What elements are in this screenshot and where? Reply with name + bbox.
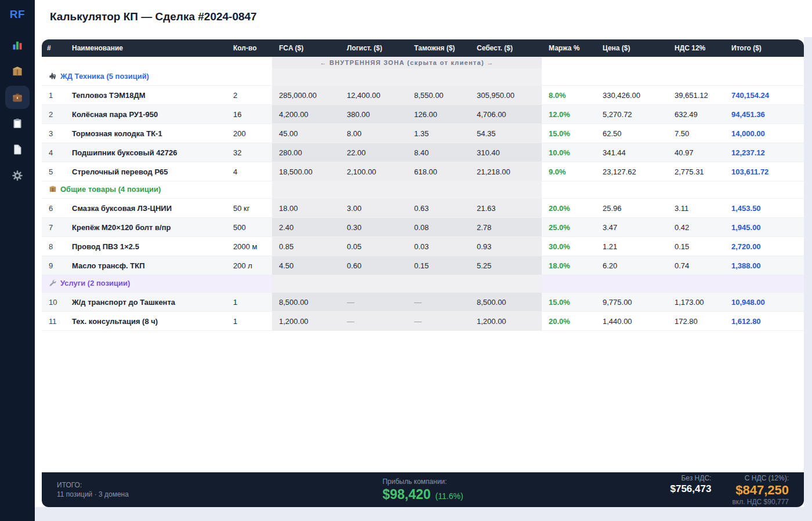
cell-qty: 4 — [226, 162, 272, 181]
cell-fca: 2.40 — [272, 218, 340, 237]
table-row-5[interactable]: 5Стрелочный перевод Р65418,500.002,100.0… — [42, 162, 804, 181]
package-icon — [49, 185, 57, 195]
summary-footer: ИТОГО: 11 позиций · 3 домена Прибыль ком… — [42, 472, 804, 507]
page-title: Калькулятор КП — Сделка #2024-0847 — [35, 0, 804, 23]
cell-price: 5,270.72 — [596, 105, 668, 124]
cell-cost: 21.63 — [470, 199, 542, 218]
cell-margin: 18.0% — [542, 256, 596, 275]
cell-num: 8 — [42, 237, 65, 256]
column-header-10: Итого ($) — [724, 39, 804, 57]
cell-margin: 10.0% — [542, 143, 596, 162]
cell-margin: 20.0% — [542, 199, 596, 218]
cell-cost: 4,706.00 — [470, 105, 542, 124]
totals-sub: 11 позиций · 3 домена — [57, 490, 382, 499]
cell-fca: 45.00 — [272, 124, 340, 143]
cell-cost: 8,500.00 — [470, 293, 542, 312]
cell-qty: 200 л — [226, 256, 272, 275]
column-header-7: Маржа % — [542, 39, 596, 57]
cell-vat: 39,651.12 — [668, 86, 724, 105]
group-label-rail: ЖД Техника (5 позиций) — [60, 72, 149, 81]
cell-logistics: 2,100.00 — [340, 162, 407, 181]
cell-fca: 18.00 — [272, 199, 340, 218]
gross-total-value: $847,250 — [732, 483, 789, 498]
cell-name: Колёсная пара РУ1-950 — [65, 105, 226, 124]
cell-logistics: — — [340, 312, 407, 331]
table-row-10[interactable]: 10Ж/д транспорт до Ташкента18,500.00——8,… — [42, 293, 804, 312]
cell-logistics: — — [340, 293, 407, 312]
cell-vat: 172.80 — [668, 312, 724, 331]
cell-logistics: 0.30 — [340, 218, 407, 237]
cell-fca: 280.00 — [272, 143, 340, 162]
wrench-icon — [49, 279, 57, 289]
column-header-2: Кол-во — [226, 39, 272, 57]
cell-qty: 32 — [226, 143, 272, 162]
sidebar-item-analytics[interactable] — [5, 34, 30, 57]
gear-icon — [12, 170, 23, 181]
column-header-0: # — [42, 39, 65, 57]
cell-price: 330,426.00 — [596, 86, 668, 105]
cell-vat: 40.97 — [668, 143, 724, 162]
main-content: Калькулятор КП — Сделка #2024-0847 #Наим… — [35, 0, 804, 507]
cell-fca: 4,200.00 — [272, 105, 340, 124]
table-row-7[interactable]: 7Крепёж М20×120 болт в/пр5002.400.300.08… — [42, 218, 804, 237]
table-row-11[interactable]: 11Тех. консультация (8 ч)11,200.00——1,20… — [42, 312, 804, 331]
cell-vat: 7.50 — [668, 124, 724, 143]
cell-cost: 310.40 — [470, 143, 542, 162]
table-row-8[interactable]: 8Провод ПВЗ 1×2.52000 м0.850.050.030.933… — [42, 237, 804, 256]
document-icon — [12, 144, 23, 155]
cell-total: 2,720.00 — [724, 237, 804, 256]
cell-name: Стрелочный перевод Р65 — [65, 162, 226, 181]
train-icon — [49, 72, 57, 82]
table-row-4[interactable]: 4Подшипник буксовый 4272632280.0022.008.… — [42, 143, 804, 162]
table-row-6[interactable]: 6Смазка буксовая ЛЗ-ЦНИИ50 кг18.003.000.… — [42, 199, 804, 218]
cell-num: 9 — [42, 256, 65, 275]
cell-qty: 50 кг — [226, 199, 272, 218]
cell-logistics: 22.00 — [340, 143, 407, 162]
cell-qty: 1 — [226, 293, 272, 312]
cell-cost: 54.35 — [470, 124, 542, 143]
cell-qty: 16 — [226, 105, 272, 124]
cell-vat: 0.42 — [668, 218, 724, 237]
cell-name: Ж/д транспорт до Ташкента — [65, 293, 226, 312]
table-row-9[interactable]: 9Масло трансф. ТКП200 л4.500.600.155.251… — [42, 256, 804, 275]
group-header-services: Услуги (2 позиции) — [42, 275, 804, 293]
clipboard-icon — [12, 118, 23, 129]
cell-total: 94,451.36 — [724, 105, 804, 124]
cell-price: 62.50 — [596, 124, 668, 143]
cell-logistics: 0.05 — [340, 237, 407, 256]
cell-total: 103,611.72 — [724, 162, 804, 181]
cell-name: Тепловоз ТЭМ18ДМ — [65, 86, 226, 105]
cell-customs: — — [407, 312, 470, 331]
cell-qty: 1 — [226, 312, 272, 331]
table-row-3[interactable]: 3Тормозная колодка ТК-120045.008.001.355… — [42, 124, 804, 143]
cell-vat: 632.49 — [668, 105, 724, 124]
cell-num: 3 — [42, 124, 65, 143]
cell-cost: 5.25 — [470, 256, 542, 275]
cell-name: Тормозная колодка ТК-1 — [65, 124, 226, 143]
cell-margin: 30.0% — [542, 237, 596, 256]
cell-price: 23,127.62 — [596, 162, 668, 181]
cell-customs: — — [407, 293, 470, 312]
cell-logistics: 380.00 — [340, 105, 407, 124]
cell-fca: 4.50 — [272, 256, 340, 275]
package-icon — [12, 65, 23, 77]
cell-customs: 126.00 — [407, 105, 470, 124]
sidebar-item-documents[interactable] — [5, 138, 30, 161]
gross-total-block: С НДС (12%): $847,250 вкл. НДС $90,777 — [732, 473, 789, 507]
cell-qty: 500 — [226, 218, 272, 237]
cell-total: 10,948.00 — [724, 293, 804, 312]
sidebar-item-deals[interactable] — [5, 86, 30, 109]
table-row-2[interactable]: 2Колёсная пара РУ1-950164,200.00380.0012… — [42, 105, 804, 124]
gross-vat-included: вкл. НДС $90,777 — [732, 498, 789, 506]
sidebar-item-products[interactable] — [5, 60, 30, 83]
sidebar-item-orders[interactable] — [5, 112, 30, 135]
table-row-1[interactable]: 1Тепловоз ТЭМ18ДМ2285,000.0012,400.008,5… — [42, 86, 804, 105]
column-header-3: FCA ($) — [272, 39, 340, 57]
cell-price: 25.96 — [596, 199, 668, 218]
cell-customs: 8,550.00 — [407, 86, 470, 105]
cell-cost: 0.93 — [470, 237, 542, 256]
gross-total-label: С НДС (12%): — [732, 473, 789, 483]
sidebar-item-settings[interactable] — [5, 164, 30, 187]
calculator-card: #НаименованиеКол-воFCA ($)Логист. ($)Там… — [42, 39, 804, 507]
cell-vat: 0.74 — [668, 256, 724, 275]
